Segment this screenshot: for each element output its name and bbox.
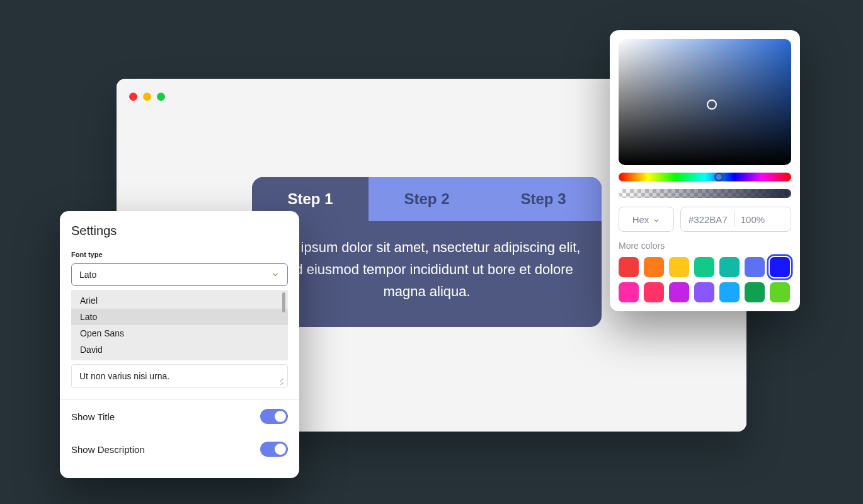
stepper-body-text: rem ipsum dolor sit amet, nsectetur adip… bbox=[252, 221, 602, 327]
minimize-icon[interactable] bbox=[143, 93, 151, 101]
settings-panel: Settings Font type Lato Ariel Lato Open … bbox=[60, 211, 299, 478]
toggle-row-show-title: Show Title bbox=[60, 400, 299, 433]
more-colors-label: More colors bbox=[619, 241, 791, 251]
chevron-down-icon bbox=[271, 270, 280, 279]
font-dropdown-list[interactable]: Ariel Lato Open Sans David bbox=[71, 290, 288, 360]
color-swatch[interactable] bbox=[694, 282, 714, 302]
step-label: Step 3 bbox=[520, 190, 566, 208]
color-picker: Hex #322BA7 100% More colors bbox=[610, 30, 800, 311]
maximize-icon[interactable] bbox=[157, 93, 165, 101]
font-option[interactable]: Open Sans bbox=[71, 325, 288, 341]
hex-input[interactable]: #322BA7 100% bbox=[680, 207, 791, 232]
hex-value: #322BA7 bbox=[689, 214, 728, 225]
color-swatch[interactable] bbox=[644, 282, 664, 302]
color-swatch[interactable] bbox=[745, 282, 765, 302]
divider bbox=[734, 212, 734, 226]
toggle-row-show-description: Show Description bbox=[60, 433, 299, 466]
color-format-select[interactable]: Hex bbox=[619, 207, 674, 232]
font-option[interactable]: David bbox=[71, 341, 288, 358]
alpha-handle-icon[interactable] bbox=[782, 189, 791, 198]
color-swatch[interactable] bbox=[619, 282, 639, 302]
step-label: Step 2 bbox=[404, 190, 449, 208]
color-swatch[interactable] bbox=[669, 282, 689, 302]
stepper-card: Step 1 Step 2 Step 3 rem ipsum dolor sit… bbox=[252, 177, 602, 327]
font-option[interactable]: Lato bbox=[71, 309, 288, 325]
color-swatch[interactable] bbox=[719, 257, 740, 277]
show-title-toggle[interactable] bbox=[260, 409, 288, 424]
settings-title: Settings bbox=[60, 224, 299, 246]
color-swatch[interactable] bbox=[719, 282, 740, 302]
opacity-value: 100% bbox=[741, 214, 765, 225]
close-icon[interactable] bbox=[129, 93, 137, 101]
step-tabs: Step 1 Step 2 Step 3 bbox=[252, 177, 602, 221]
color-swatch[interactable] bbox=[770, 257, 790, 277]
alpha-slider[interactable] bbox=[619, 189, 791, 198]
color-swatch[interactable] bbox=[669, 257, 689, 277]
color-swatch[interactable] bbox=[745, 257, 765, 277]
tab-step-3[interactable]: Step 3 bbox=[485, 177, 602, 221]
swatch-grid bbox=[619, 257, 791, 302]
toggle-label: Show Description bbox=[71, 444, 145, 455]
scrollbar-thumb[interactable] bbox=[282, 292, 285, 312]
step-label: Step 1 bbox=[287, 190, 333, 208]
saturation-value-panel[interactable] bbox=[619, 39, 791, 165]
hue-slider[interactable] bbox=[619, 173, 791, 181]
format-label: Hex bbox=[632, 214, 649, 225]
sv-handle-icon[interactable] bbox=[707, 100, 717, 110]
font-type-label: Font type bbox=[71, 251, 288, 258]
toggle-label: Show Title bbox=[71, 411, 115, 422]
show-description-toggle[interactable] bbox=[260, 442, 288, 457]
chevron-down-icon bbox=[653, 215, 660, 223]
tab-step-2[interactable]: Step 2 bbox=[369, 177, 485, 221]
color-swatch[interactable] bbox=[770, 282, 790, 302]
hue-handle-icon[interactable] bbox=[714, 173, 723, 181]
textarea-value: Ut non varius nisi urna. bbox=[79, 371, 169, 381]
color-inputs-row: Hex #322BA7 100% bbox=[619, 207, 791, 232]
description-textarea[interactable]: Ut non varius nisi urna. bbox=[71, 364, 288, 388]
font-select-value: Lato bbox=[79, 270, 96, 280]
font-select[interactable]: Lato bbox=[71, 263, 288, 286]
font-option[interactable]: Ariel bbox=[71, 292, 288, 309]
color-swatch[interactable] bbox=[694, 257, 714, 277]
color-swatch[interactable] bbox=[619, 257, 639, 277]
font-section: Font type Lato Ariel Lato Open Sans Davi… bbox=[60, 246, 299, 400]
color-swatch[interactable] bbox=[644, 257, 664, 277]
